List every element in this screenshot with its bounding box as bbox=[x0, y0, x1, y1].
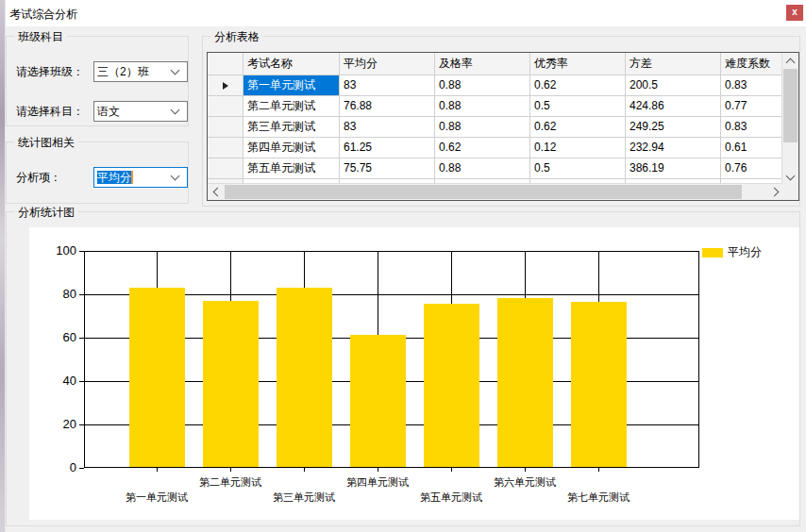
group-analysis-table-title: 分析表格 bbox=[210, 29, 263, 45]
x-axis-label: 第七单元测试 bbox=[555, 490, 642, 505]
group-analysis-chart: 分析统计图 020406080100第一单元测试第二单元测试第三单元测试第四单元… bbox=[6, 211, 800, 526]
grid-column-header[interactable]: 考试名称 bbox=[243, 53, 340, 75]
group-chart-options: 统计图相关 分析项： 平均分 bbox=[6, 141, 189, 204]
row-selector[interactable] bbox=[208, 117, 243, 138]
x-axis-tick bbox=[525, 468, 526, 472]
grid-column-header[interactable]: 平均分 bbox=[340, 53, 435, 75]
table-cell[interactable]: 0.12 bbox=[530, 138, 626, 158]
table-cell[interactable]: 0.62 bbox=[435, 138, 530, 158]
table-cell[interactable]: 0.61 bbox=[721, 138, 783, 158]
grid-column-header[interactable]: 方差 bbox=[626, 53, 721, 75]
subject-select[interactable]: 语文 bbox=[93, 101, 188, 122]
y-axis-label: 80 bbox=[42, 287, 76, 301]
table-cell[interactable]: 0.62 bbox=[530, 117, 626, 138]
window-title: 考试综合分析 bbox=[9, 7, 77, 23]
row-selector[interactable] bbox=[208, 158, 243, 179]
table-cell[interactable]: 0.5 bbox=[530, 158, 626, 179]
h-scrollbar[interactable] bbox=[208, 183, 783, 200]
x-axis-label: 第五单元测试 bbox=[408, 490, 495, 505]
bar-chart: 020406080100第一单元测试第二单元测试第三单元测试第四单元测试第五单元… bbox=[29, 227, 799, 520]
table-cell[interactable]: 0.88 bbox=[435, 117, 530, 138]
table-cell[interactable]: 0.88 bbox=[435, 158, 530, 179]
legend: 平均分 bbox=[702, 244, 762, 260]
table-cell[interactable]: 200.5 bbox=[626, 75, 721, 96]
table-cell[interactable]: 0.83 bbox=[721, 75, 783, 96]
h-scroll-thumb[interactable] bbox=[225, 185, 742, 199]
data-grid-content: 考试名称平均分及格率优秀率方差难度系数第一单元测试830.880.62200.5… bbox=[208, 53, 783, 185]
table-cell[interactable]: 第五单元测试 bbox=[243, 158, 340, 179]
grid-column-header[interactable]: 及格率 bbox=[435, 53, 530, 75]
close-icon: x bbox=[792, 8, 798, 18]
subject-select-value: 语文 bbox=[94, 104, 172, 120]
x-axis-label: 第一单元测试 bbox=[113, 490, 200, 505]
background-window-edge bbox=[0, 0, 6, 532]
close-button[interactable]: x bbox=[786, 5, 803, 21]
y-axis-label: 40 bbox=[42, 374, 76, 388]
plot-area bbox=[84, 251, 699, 468]
grid-column-header[interactable]: 优秀率 bbox=[530, 53, 626, 75]
grid-header-selector bbox=[208, 53, 243, 75]
table-cell[interactable]: 第一单元测试 bbox=[243, 75, 340, 96]
row-selector[interactable] bbox=[208, 75, 243, 96]
table-row: 第二单元测试76.880.880.5424.860.77 bbox=[208, 96, 783, 117]
y-axis-tick bbox=[79, 468, 84, 469]
row-selector[interactable] bbox=[208, 138, 243, 158]
x-axis-tick bbox=[598, 468, 599, 472]
scroll-left-button[interactable] bbox=[208, 184, 224, 200]
table-cell[interactable]: 0.83 bbox=[721, 117, 783, 138]
x-axis-tick bbox=[304, 468, 305, 472]
table-cell[interactable]: 第三单元测试 bbox=[243, 117, 340, 138]
x-axis-label: 第三单元测试 bbox=[260, 490, 347, 505]
table-cell[interactable]: 75.75 bbox=[340, 158, 435, 179]
v-scroll-thumb[interactable] bbox=[783, 69, 798, 142]
grid-column-header[interactable]: 难度系数 bbox=[721, 53, 783, 75]
group-analysis-chart-title: 分析统计图 bbox=[14, 205, 78, 221]
table-cell[interactable]: 76.88 bbox=[340, 96, 435, 117]
group-class-subject-title: 班级科目 bbox=[14, 29, 67, 45]
y-axis-label: 20 bbox=[42, 417, 76, 431]
table-row: 第四单元测试61.250.620.12232.940.61 bbox=[208, 138, 783, 158]
class-select-label: 请选择班级： bbox=[16, 64, 84, 80]
data-grid: 考试名称平均分及格率优秀率方差难度系数第一单元测试830.880.62200.5… bbox=[207, 52, 799, 201]
table-cell[interactable]: 0.5 bbox=[530, 96, 626, 117]
table-cell[interactable]: 61.25 bbox=[340, 138, 435, 158]
table-row: 第一单元测试830.880.62200.50.83 bbox=[208, 75, 783, 96]
table-cell[interactable]: 83 bbox=[340, 117, 435, 138]
scrollbar-corner bbox=[781, 183, 798, 200]
x-axis-label: 第六单元测试 bbox=[481, 475, 568, 490]
y-axis-label: 0 bbox=[42, 460, 76, 474]
x-axis-tick bbox=[451, 468, 452, 472]
table-cell[interactable]: 第二单元测试 bbox=[243, 96, 340, 117]
table-cell[interactable]: 第四单元测试 bbox=[243, 138, 340, 158]
scroll-up-button[interactable] bbox=[782, 53, 798, 69]
y-axis-label: 60 bbox=[42, 330, 76, 344]
v-scrollbar[interactable] bbox=[781, 53, 798, 185]
chevron-down-icon bbox=[786, 171, 796, 180]
table-cell[interactable]: 0.88 bbox=[435, 96, 530, 117]
x-axis-tick bbox=[378, 468, 378, 472]
legend-swatch bbox=[702, 248, 723, 258]
chevron-up-icon bbox=[786, 58, 796, 68]
table-cell[interactable]: 232.94 bbox=[626, 138, 721, 158]
analysis-item-select[interactable]: 平均分 bbox=[93, 167, 188, 188]
table-cell[interactable]: 83 bbox=[340, 75, 435, 96]
table-cell[interactable]: 386.19 bbox=[626, 158, 721, 179]
table-cell[interactable]: 0.76 bbox=[721, 158, 783, 179]
chevron-down-icon bbox=[171, 65, 180, 75]
class-select[interactable]: 三（2）班 bbox=[93, 61, 188, 82]
table-cell[interactable]: 0.77 bbox=[721, 96, 783, 117]
window-titlebar: 考试综合分析 x bbox=[0, 0, 806, 26]
x-axis-tick bbox=[157, 468, 158, 472]
table-cell[interactable]: 249.25 bbox=[626, 117, 721, 138]
table-cell[interactable]: 0.62 bbox=[530, 75, 626, 96]
table-cell[interactable]: 424.86 bbox=[626, 96, 721, 117]
group-class-subject: 班级科目 请选择班级： 三（2）班 请选择科目： 语文 bbox=[6, 36, 189, 126]
x-axis-label: 第四单元测试 bbox=[334, 475, 421, 490]
subject-select-label: 请选择科目： bbox=[16, 104, 84, 120]
table-cell[interactable]: 0.88 bbox=[435, 75, 530, 96]
chevron-down-icon bbox=[171, 171, 180, 180]
row-selector[interactable] bbox=[208, 96, 243, 117]
x-axis-tick bbox=[230, 468, 231, 472]
chevron-left-icon bbox=[212, 188, 222, 197]
text-caret bbox=[131, 171, 133, 184]
